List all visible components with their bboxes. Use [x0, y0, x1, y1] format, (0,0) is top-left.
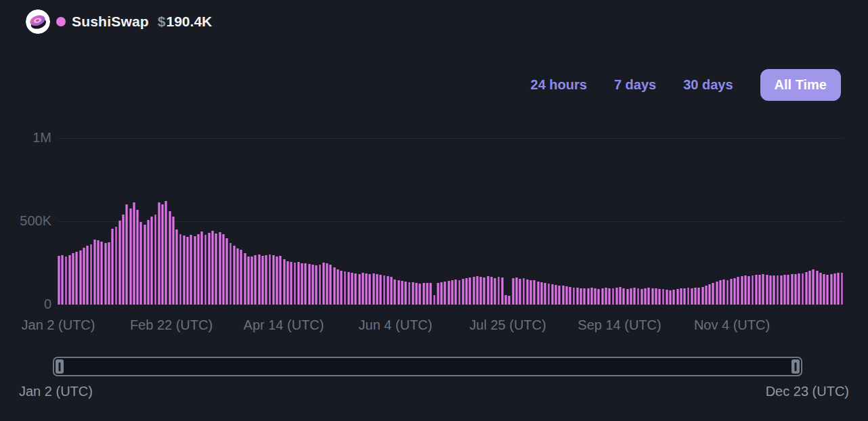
volume-bar	[619, 287, 622, 305]
volume-bar	[762, 274, 764, 305]
volume-bar	[573, 288, 576, 305]
volume-bar	[297, 262, 300, 305]
volume-bar	[194, 236, 196, 305]
value-number: 190.4K	[167, 14, 213, 29]
volume-bar	[651, 288, 654, 305]
volume-bar	[440, 282, 443, 305]
volume-bar	[108, 242, 110, 305]
volume-bar	[490, 277, 493, 305]
volume-bar	[186, 237, 189, 305]
volume-bar	[204, 235, 207, 305]
legend-dot	[56, 17, 66, 26]
volume-bar	[404, 282, 407, 305]
x-axis-ticks: Jan 2 (UTC)Feb 22 (UTC)Apr 14 (UTC)Jun 4…	[0, 317, 868, 334]
volume-bar	[383, 275, 386, 305]
volume-bar	[301, 263, 303, 305]
volume-bar	[122, 215, 125, 305]
volume-bar	[454, 280, 457, 305]
volume-bar	[418, 284, 421, 305]
y-tick-0: 0	[5, 296, 51, 312]
volume-bar	[354, 273, 357, 305]
volume-bar	[68, 255, 71, 305]
volume-bar	[283, 259, 286, 305]
volume-bar	[548, 284, 550, 305]
volume-bar	[465, 278, 468, 305]
volume-bar	[622, 288, 625, 305]
volume-bar	[225, 238, 228, 305]
slider-left-handle-icon[interactable]	[56, 359, 64, 374]
x-tick-label: Apr 14 (UTC)	[244, 317, 324, 333]
volume-bar	[644, 288, 647, 305]
volume-bar	[261, 256, 264, 305]
volume-bar	[451, 280, 454, 305]
volume-bar	[819, 273, 822, 305]
volume-bar	[169, 211, 171, 305]
date-range-slider[interactable]	[53, 357, 802, 376]
volume-bar	[304, 263, 307, 305]
volume-bar	[658, 289, 661, 305]
volume-bar	[594, 288, 596, 305]
protocol-name: SushiSwap	[72, 14, 149, 30]
volume-bar	[458, 280, 461, 305]
volume-bar	[61, 255, 64, 305]
volume-bar	[630, 288, 632, 305]
volume-bar	[823, 274, 825, 305]
volume-bar	[379, 275, 382, 305]
y-tick-500k: 500K	[5, 213, 51, 229]
volume-bar	[100, 242, 103, 305]
volume-bar	[780, 275, 783, 305]
volume-bar	[672, 290, 675, 305]
volume-bar	[641, 289, 643, 305]
volume-bar	[712, 283, 714, 305]
volume-bar	[487, 276, 490, 305]
volume-bar	[802, 273, 804, 305]
volume-bar	[408, 282, 411, 305]
volume-bar	[247, 257, 250, 305]
volume-bar	[158, 202, 160, 305]
volume-bar	[147, 220, 150, 305]
volume-bar	[326, 263, 328, 305]
volume-bar	[376, 274, 378, 305]
volume-bar	[150, 217, 153, 305]
volume-bar	[558, 286, 561, 305]
volume-bar	[75, 252, 78, 305]
volume-bar	[544, 283, 546, 305]
x-tick-label: Feb 22 (UTC)	[130, 317, 213, 333]
bar-chart-plot-area[interactable]	[58, 138, 843, 305]
volume-bar	[111, 229, 114, 305]
range-30-days-button[interactable]: 30 days	[683, 77, 733, 93]
handle-notch-icon	[795, 362, 797, 371]
volume-bar	[329, 265, 332, 305]
volume-bar	[254, 255, 257, 305]
handle-notch-icon	[59, 362, 61, 371]
volume-bar	[175, 229, 178, 305]
volume-bar	[93, 240, 96, 305]
volume-bar	[755, 275, 758, 305]
volume-bar	[741, 276, 743, 305]
volume-bar	[744, 275, 747, 305]
volume-bar	[504, 295, 507, 305]
slider-right-handle-icon[interactable]	[791, 359, 800, 374]
volume-bar	[473, 277, 475, 305]
volume-bar	[794, 274, 797, 305]
legend-item-sushiswap[interactable]: SushiSwap $190.4K	[26, 9, 212, 34]
volume-bar	[397, 280, 400, 305]
volume-bar	[590, 288, 593, 305]
range-24-hours-button[interactable]: 24 hours	[531, 77, 587, 93]
volume-bar	[236, 248, 239, 305]
volume-bar	[58, 256, 60, 305]
volume-bar	[787, 275, 789, 305]
volume-bar	[437, 283, 439, 305]
volume-bar	[841, 273, 844, 305]
volume-bar	[165, 201, 167, 305]
volume-bar	[808, 271, 811, 305]
volume-bar	[79, 250, 82, 305]
volume-bar	[65, 257, 68, 305]
volume-bar	[426, 283, 429, 305]
volume-bar	[429, 283, 432, 305]
volume-bar	[269, 254, 272, 305]
range-7-days-button[interactable]: 7 days	[614, 77, 656, 93]
range-all-time-button[interactable]: All Time	[760, 69, 841, 101]
volume-bar	[662, 289, 665, 305]
volume-bar	[633, 288, 636, 305]
